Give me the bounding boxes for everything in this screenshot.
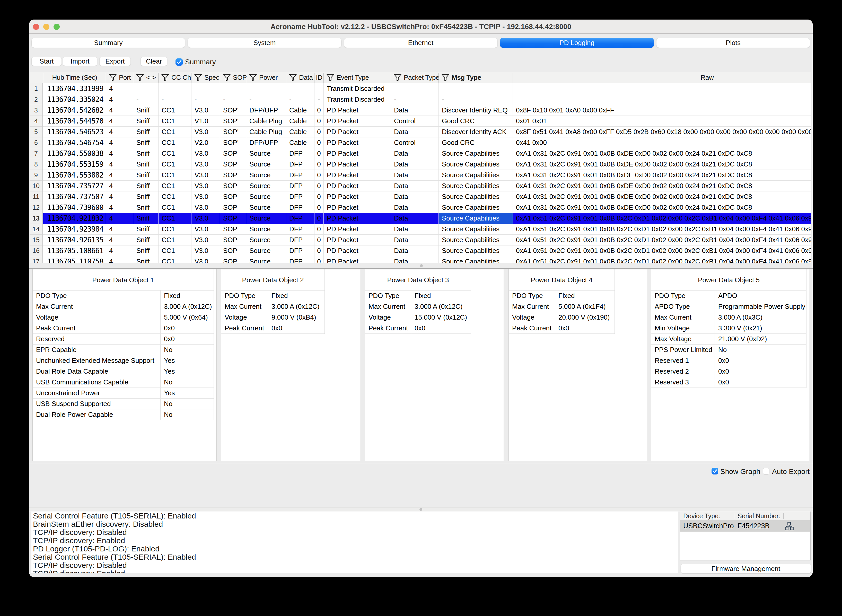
tab-ethernet[interactable]: Ethernet — [344, 38, 498, 48]
cell-hub-time: 1136704.542682 — [43, 105, 106, 116]
pdo-row-value: Fixed — [268, 290, 325, 301]
table-row-14[interactable]: 141136704.9239844SniffCC1V3.0SOPSourceDF… — [29, 224, 811, 235]
column-header-event-type[interactable]: Event Type — [324, 72, 391, 83]
filter-funnel-icon — [136, 73, 144, 82]
cell-cc-channel: CC1 — [158, 170, 191, 180]
cell-event-type: PD Packet — [324, 202, 391, 213]
cell-raw: 0x41 0x00 — [513, 137, 811, 148]
column-header-sop[interactable]: SOP — [220, 72, 246, 83]
cell-id: 0 — [314, 245, 324, 256]
auto-export-checkbox[interactable] — [763, 468, 769, 474]
cell-id: 0 — [314, 224, 324, 235]
table-row-8[interactable]: 81136704.5531594SniffCC1V3.0SOPSourceDFP… — [29, 159, 811, 170]
cell-spec: V1.0 — [191, 116, 220, 127]
log-line: BrainStem aEther discovery: Disabled — [33, 520, 163, 528]
cell-port: 4 — [106, 94, 133, 105]
pdo-row-label: Voltage — [365, 312, 411, 323]
cell-direction: Sniff — [133, 180, 158, 191]
auto-export-label: Auto Export — [772, 468, 810, 475]
tab-plots[interactable]: Plots — [656, 38, 810, 48]
cell-direction: Sniff — [133, 224, 158, 235]
pdo-row-value: 0x0 — [161, 323, 214, 334]
cell-spec: V2.0 — [191, 137, 220, 148]
show-graph-checkbox[interactable] — [711, 468, 718, 474]
clear-button[interactable]: Clear — [141, 57, 167, 66]
column-header-raw[interactable]: Raw — [513, 72, 811, 83]
table-row-4[interactable]: 41136704.5445704SniffCC1V1.0SOP'Cable Pl… — [29, 116, 811, 127]
start-button[interactable]: Start — [31, 57, 62, 66]
filter-funnel-icon — [109, 73, 117, 82]
column-header-data[interactable]: Data — [286, 72, 314, 83]
table-row-11[interactable]: 111136704.7375074SniffCC1V3.0SOPSourceDF… — [29, 191, 811, 202]
import-button[interactable]: Import — [63, 57, 97, 66]
firmware-management-button[interactable]: Firmware Management — [681, 564, 811, 573]
table-row-6[interactable]: 61136704.5467544SniffCC1V2.0SOP'DFP/UFPC… — [29, 137, 811, 148]
status-log[interactable]: Serial Control Feature (T105-SERIAL): En… — [31, 512, 678, 573]
cell-packet-type: Data — [391, 256, 439, 263]
table-row-10[interactable]: 101136704.7357274SniffCC1V3.0SOPSourceDF… — [29, 180, 811, 191]
cell-cc-channel: - — [158, 84, 191, 94]
tab-summary[interactable]: Summary — [31, 38, 185, 48]
cell-raw: 0xA1 0x31 0x2C 0x91 0x01 0x0B 0xDE 0xD0 … — [513, 159, 811, 170]
column-header-hub-time[interactable]: Hub Time (Sec) — [43, 72, 106, 83]
splitter-handle[interactable] — [29, 507, 813, 511]
table-row-7[interactable]: 71136704.5500384SniffCC1V3.0SOPSourceDFP… — [29, 148, 811, 159]
cell-spec: V3.0 — [191, 245, 220, 256]
table-row-15[interactable]: 151136704.9261354SniffCC1V3.0SOPSourceDF… — [29, 235, 811, 245]
cell-event-type: PD Packet — [324, 245, 391, 256]
cell-packet-type: Data — [391, 224, 439, 235]
pdo-row: Dual Role Power CapableNo — [33, 409, 214, 420]
ethernet-network-icon — [785, 522, 794, 530]
cell-raw — [513, 94, 811, 105]
cell-port: 4 — [106, 235, 133, 245]
table-row-13[interactable]: 131136704.9218324SniffCC1V3.0SOPSourceDF… — [29, 213, 811, 224]
table-row-12[interactable]: 121136704.7396004SniffCC1V3.0SOPSourceDF… — [29, 202, 811, 213]
cell-msg-type: - — [439, 84, 513, 94]
column-header-msg-type[interactable]: Msg Type — [439, 72, 513, 83]
table-row-17[interactable]: 171136705.1107584SniffCC1V3.0SOPSourceDF… — [29, 256, 811, 263]
export-button[interactable]: Export — [99, 57, 131, 66]
cell-cc-channel: CC1 — [158, 127, 191, 137]
pdo-row-value: No — [161, 409, 214, 420]
cell-packet-type: - — [391, 94, 439, 105]
table-row-1[interactable]: 11136704.3319994-------Transmit Discarde… — [29, 84, 811, 94]
cell-data: - — [286, 84, 314, 94]
summary-checkbox-label: Summary — [185, 59, 216, 65]
device-row[interactable]: USBCSwitchPro F454223B — [680, 520, 810, 532]
show-graph-label: Show Graph — [720, 468, 760, 475]
column-header-port[interactable]: Port — [106, 72, 133, 83]
summary-checkbox[interactable] — [176, 59, 183, 66]
horizontal-scrollbar[interactable] — [29, 263, 811, 268]
scrollbar-thumb-dot[interactable] — [420, 264, 423, 267]
column-header-power[interactable]: Power — [246, 72, 286, 83]
pdo-panel-title: Power Data Object 4 — [509, 269, 615, 290]
column-header-spec[interactable]: Spec — [191, 72, 220, 83]
cell-msg-type: Source Capabilities — [439, 224, 513, 235]
tab-system[interactable]: System — [188, 38, 342, 48]
cell-id: - — [314, 84, 324, 94]
column-header-cc-channel[interactable]: CC Ch — [158, 72, 191, 83]
pdo-row-value: APDO — [715, 290, 807, 301]
cell-msg-type: Source Capabilities — [439, 148, 513, 159]
column-header-direction[interactable]: <-> — [133, 72, 158, 83]
cell-raw: 0xA1 0x31 0x2C 0x91 0x01 0x0B 0xDE 0xD0 … — [513, 191, 811, 202]
table-row-5[interactable]: 51136704.5465234SniffCC1V3.0SOP'Cable Pl… — [29, 127, 811, 137]
table-row-16[interactable]: 161136705.1086614SniffCC1V3.0SOPSourceDF… — [29, 245, 811, 256]
cell-event-type: PD Packet — [324, 213, 391, 224]
checkmark-icon — [711, 468, 718, 474]
cell-packet-type: Data — [391, 127, 439, 137]
column-header-packet-type[interactable]: Packet Type — [391, 72, 439, 83]
cell-direction: Sniff — [133, 159, 158, 170]
pdo-row-label: APDO Type — [651, 301, 715, 312]
column-header-id[interactable]: ID — [314, 72, 324, 83]
log-line: TCP/IP discovery: Enabled — [33, 569, 125, 573]
cell-data: DFP — [286, 180, 314, 191]
pdo-row-value: 0x0 — [161, 334, 214, 345]
log-line: TCP/IP discovery: Disabled — [33, 561, 127, 569]
table-row-9[interactable]: 91136704.5538824SniffCC1V3.0SOPSourceDFP… — [29, 170, 811, 180]
table-row-2[interactable]: 21136704.3350244-------Transmit Discarde… — [29, 94, 811, 105]
cell-packet-type: Data — [391, 202, 439, 213]
cell-power: Source — [246, 148, 286, 159]
table-row-3[interactable]: 31136704.5426824SniffCC1V3.0SOP'DFP/UFPC… — [29, 105, 811, 116]
tab-pd-logging[interactable]: PD Logging — [500, 38, 654, 48]
